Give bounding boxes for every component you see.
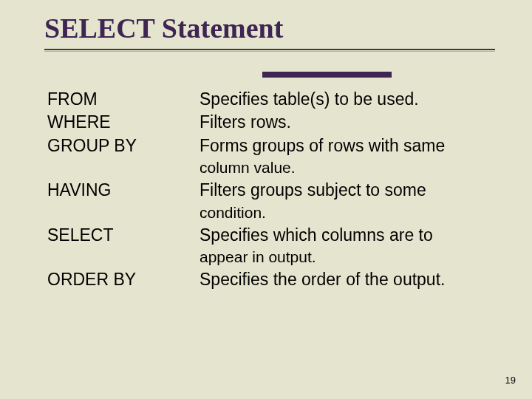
clause-row: SELECT Specifies which columns are to — [47, 225, 491, 246]
clause-keyword — [47, 248, 200, 267]
clause-row-continuation: appear in output. — [47, 248, 491, 267]
clause-row-continuation: condition. — [47, 203, 491, 223]
title-underline-light — [44, 51, 495, 52]
clause-description: condition. — [200, 203, 491, 223]
clause-row: HAVING Filters groups subject to some — [47, 180, 491, 201]
clause-keyword: SELECT — [47, 225, 200, 246]
clause-keyword — [47, 158, 200, 178]
clause-description: Filters groups subject to some — [200, 180, 491, 201]
clause-keyword: FROM — [47, 89, 200, 110]
clause-keyword: HAVING — [47, 180, 200, 201]
clause-keyword: WHERE — [47, 112, 200, 133]
clause-row: GROUP BY Forms groups of rows with same — [47, 135, 491, 157]
clause-row: ORDER BY Specifies the order of the outp… — [47, 269, 491, 290]
slide: SELECT Statement FROM Specifies table(s)… — [0, 0, 532, 399]
clause-description: Forms groups of rows with same — [200, 135, 491, 157]
title-underline-dark — [44, 49, 495, 50]
clause-row: FROM Specifies table(s) to be used. — [47, 89, 491, 110]
title-block: SELECT Statement — [44, 13, 495, 52]
clause-keyword: ORDER BY — [47, 269, 200, 290]
clause-description: Specifies the order of the output. — [200, 269, 491, 290]
clause-description: Specifies which columns are to — [200, 225, 491, 246]
page-number: 19 — [505, 375, 516, 386]
clause-description: appear in output. — [200, 248, 491, 267]
clause-keyword: GROUP BY — [47, 135, 200, 157]
clause-row-continuation: column value. — [47, 158, 491, 178]
content-body: FROM Specifies table(s) to be used. WHER… — [47, 89, 491, 292]
clause-description: Specifies table(s) to be used. — [200, 89, 491, 110]
slide-title: SELECT Statement — [44, 13, 495, 44]
clause-description: Filters rows. — [200, 112, 491, 133]
clause-row: WHERE Filters rows. — [47, 112, 491, 133]
clause-description: column value. — [200, 158, 491, 178]
clause-keyword — [47, 203, 200, 223]
accent-bar — [262, 72, 392, 78]
